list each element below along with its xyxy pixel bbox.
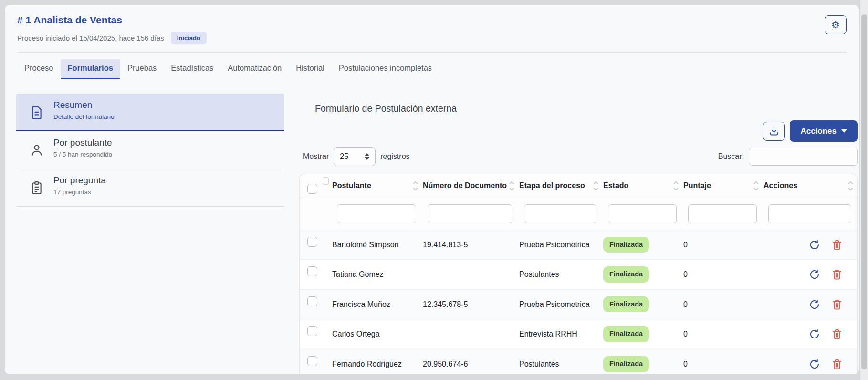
form-detail-panel: Formulario de Postulación externa Accion… xyxy=(299,94,858,374)
scrollbar-thumb[interactable] xyxy=(861,14,867,369)
table-toolbar: Acciones xyxy=(763,120,858,142)
filter-input-puntaje[interactable] xyxy=(688,204,757,223)
sort-icon xyxy=(849,182,852,190)
row-checkbox[interactable] xyxy=(307,326,317,336)
row-checkbox[interactable] xyxy=(307,237,317,247)
sort-icon xyxy=(510,182,513,190)
refresh-icon xyxy=(809,240,820,250)
status-badge: Iniciado xyxy=(171,32,207,44)
sidebar-item-subtitle: Detalle del formulario xyxy=(53,113,277,120)
column-header-etapa[interactable]: Etapa del proceso xyxy=(518,174,602,198)
sidebar-item-por-postulante[interactable]: Por postulante 5 / 5 han respondido xyxy=(16,131,284,169)
tab-estadisticas[interactable]: Estadísticas xyxy=(164,59,220,79)
select-all-checkbox[interactable] xyxy=(307,184,317,194)
trash-icon xyxy=(832,329,842,339)
settings-button[interactable]: ⚙ xyxy=(825,15,847,34)
sidebar-item-resumen[interactable]: Resumen Detalle del formulario xyxy=(16,94,284,131)
process-tabs: Proceso Formularios Pruebas Estadísticas… xyxy=(5,53,859,79)
refresh-icon xyxy=(809,299,820,310)
applicants-table: Postulante Número de Documento Etapa del… xyxy=(299,174,858,374)
cell-puntaje: 0 xyxy=(682,349,763,374)
select-arrows-icon xyxy=(365,153,369,160)
process-card: # 1 Analista de Ventas Proceso iniciado … xyxy=(5,5,859,374)
sidebar-item-subtitle: 5 / 5 han respondido xyxy=(53,151,277,158)
reset-row-button[interactable] xyxy=(809,359,820,369)
reset-row-button[interactable] xyxy=(809,299,820,310)
row-checkbox[interactable] xyxy=(307,356,317,366)
cell-documento xyxy=(422,319,518,349)
table-filter-row xyxy=(300,198,857,230)
table-row: Tatiana Gomez Postulantes Finalizada 0 xyxy=(300,260,857,290)
column-header-numero-documento[interactable]: Número de Documento xyxy=(422,174,518,198)
reset-row-button[interactable] xyxy=(809,269,820,280)
reset-row-button[interactable] xyxy=(809,329,820,339)
refresh-icon xyxy=(809,359,820,369)
refresh-icon xyxy=(809,269,820,280)
trash-icon xyxy=(832,359,842,369)
process-start-text: Proceso iniciado el 15/04/2025, hace 156… xyxy=(17,34,164,42)
actions-label: Acciones xyxy=(800,127,837,136)
table-row: Bartolomé Simpson 19.414.813-5 Prueba Ps… xyxy=(300,230,857,260)
column-header-estado[interactable]: Estado xyxy=(602,174,682,198)
filter-input-postulante[interactable] xyxy=(337,204,416,223)
cell-documento: 12.345.678-5 xyxy=(422,290,518,319)
process-header: # 1 Analista de Ventas Proceso iniciado … xyxy=(5,5,859,53)
tab-pruebas[interactable]: Pruebas xyxy=(120,59,164,79)
chevron-down-icon xyxy=(841,129,847,133)
cell-puntaje: 0 xyxy=(682,260,763,289)
actions-dropdown-button[interactable]: Acciones xyxy=(790,120,858,142)
cell-postulante: Bartolomé Simpson xyxy=(331,230,422,260)
delete-row-button[interactable] xyxy=(832,269,842,280)
cell-etapa: Prueba Psicometrica xyxy=(518,230,602,260)
filter-input-etapa[interactable] xyxy=(524,204,596,223)
status-badge-finalizada: Finalizada xyxy=(603,296,649,313)
download-button[interactable] xyxy=(763,122,785,141)
sidebar-item-title: Resumen xyxy=(53,100,277,110)
tab-automatizacion[interactable]: Automatización xyxy=(220,59,289,79)
table-row: Fernando Rodriguez 20.950.674-6 Postulan… xyxy=(300,349,857,374)
sidebar-item-por-pregunta[interactable]: Por pregunta 17 preguntas xyxy=(16,169,284,207)
cell-postulante: Fernando Rodriguez xyxy=(331,349,422,374)
row-checkbox[interactable] xyxy=(307,266,317,276)
filter-input-estado[interactable] xyxy=(608,204,677,223)
cell-documento: 19.414.813-5 xyxy=(422,230,518,260)
sidebar-item-title: Por postulante xyxy=(53,137,277,148)
row-checkbox[interactable] xyxy=(307,296,317,306)
status-badge-finalizada: Finalizada xyxy=(603,266,649,283)
filter-input-numero-documento[interactable] xyxy=(428,204,512,223)
table-row: Carlos Ortega Entrevista RRHH Finalizada… xyxy=(300,319,857,349)
sort-icon xyxy=(594,182,597,190)
status-badge-finalizada: Finalizada xyxy=(603,356,649,372)
cell-postulante: Carlos Ortega xyxy=(331,319,422,349)
cell-puntaje: 0 xyxy=(682,230,763,260)
sidebar-item-subtitle: 17 preguntas xyxy=(53,189,277,196)
search-label: Buscar: xyxy=(718,152,744,161)
page-length-select[interactable]: 25 xyxy=(334,147,376,166)
cell-postulante: Francisca Muñoz xyxy=(331,290,422,319)
document-icon xyxy=(31,106,43,119)
person-icon xyxy=(31,144,43,157)
tab-historial[interactable]: Historial xyxy=(289,59,332,79)
tab-formularios[interactable]: Formularios xyxy=(61,59,120,79)
delete-row-button[interactable] xyxy=(832,299,842,310)
page-scrollbar[interactable] xyxy=(860,0,868,380)
filter-input-acciones[interactable] xyxy=(768,204,851,223)
cell-etapa: Postulantes xyxy=(518,349,602,374)
form-title: Formulario de Postulación externa xyxy=(315,103,858,114)
header-divider xyxy=(17,52,847,53)
delete-row-button[interactable] xyxy=(832,240,842,250)
sort-icon xyxy=(754,182,758,190)
search-input[interactable] xyxy=(749,148,858,166)
delete-row-button[interactable] xyxy=(832,329,842,339)
tab-postulaciones-incompletas[interactable]: Postulaciones incompletas xyxy=(332,59,439,79)
column-header-acciones[interactable]: Acciones xyxy=(763,174,857,198)
reset-row-button[interactable] xyxy=(809,240,820,250)
delete-row-button[interactable] xyxy=(832,359,842,369)
form-views-sidebar: Resumen Detalle del formulario Por postu… xyxy=(16,94,284,207)
cell-etapa: Prueba Psicometrica xyxy=(518,290,602,319)
column-header-postulante[interactable]: Postulante xyxy=(331,174,422,198)
tab-proceso[interactable]: Proceso xyxy=(17,59,61,79)
clipboard-icon xyxy=(31,181,43,195)
cell-documento xyxy=(422,260,518,289)
column-header-puntaje[interactable]: Puntaje xyxy=(682,174,763,198)
